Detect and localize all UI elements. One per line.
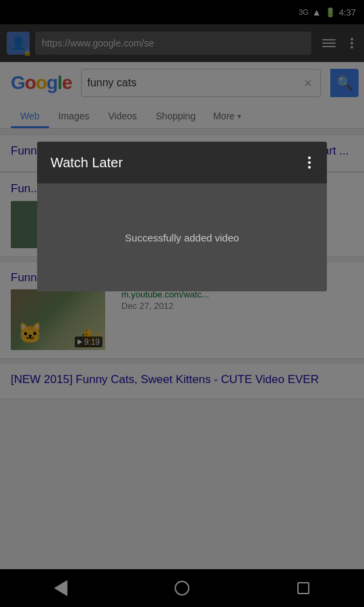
watch-later-title: Watch Later: [51, 155, 123, 171]
watch-later-message: Successfully added video: [125, 232, 239, 243]
watch-later-overlay[interactable]: Watch Later Successfully added video: [0, 0, 364, 607]
watch-later-header: Watch Later: [37, 142, 327, 183]
watch-later-body: Successfully added video: [37, 183, 327, 291]
watch-later-modal: Watch Later Successfully added video: [37, 142, 327, 291]
watch-later-menu-button[interactable]: [305, 154, 313, 171]
